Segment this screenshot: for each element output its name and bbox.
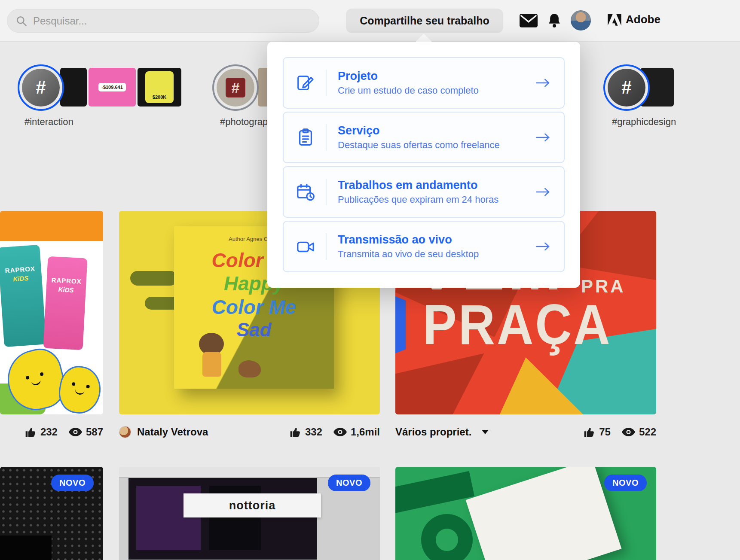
- hash-glyph: #: [36, 77, 46, 98]
- hashtag-avatar: #: [217, 69, 254, 107]
- eye-icon: [69, 428, 82, 436]
- views-count: 1,6mil: [351, 426, 380, 438]
- views-count: 522: [639, 426, 656, 438]
- menu-divider: [326, 70, 327, 96]
- artwork-shape: [0, 536, 52, 560]
- story-label-interaction[interactable]: #interaction: [24, 116, 73, 128]
- story-thumbnail[interactable]: [60, 68, 87, 107]
- hash-glyph: #: [226, 78, 245, 97]
- thumbs-up-icon: [584, 426, 595, 438]
- search-bar[interactable]: [7, 9, 319, 33]
- story-thumbnail[interactable]: $200K: [138, 68, 181, 107]
- eye-icon: [622, 428, 635, 436]
- likes-count: 332: [305, 426, 322, 438]
- likes-stat[interactable]: 75: [584, 426, 611, 438]
- story-label-graphicdesign[interactable]: #graphicdesign: [612, 116, 676, 128]
- author-avatar: [119, 426, 131, 438]
- story-thumbnail[interactable]: -$109.641: [89, 68, 136, 107]
- arrow-right-icon: [535, 186, 552, 198]
- new-badge: NOVO: [604, 475, 647, 491]
- artwork-child: [202, 352, 221, 377]
- top-navbar: Compartilhe seu trabalho Adobe: [0, 0, 740, 42]
- user-avatar[interactable]: [571, 10, 591, 30]
- views-stat: 522: [622, 426, 656, 438]
- menu-item-service[interactable]: Serviço Destaque suas ofertas como freel…: [283, 112, 565, 163]
- artwork-tube: RAPROX KiDS: [0, 245, 46, 347]
- menu-divider: [326, 179, 327, 205]
- story-circle-graphicdesign[interactable]: #: [603, 64, 650, 111]
- likes-count: 75: [599, 426, 611, 438]
- views-stat: 587: [69, 426, 103, 438]
- store-sign: nottoria: [183, 493, 321, 517]
- arrow-right-icon: [535, 241, 552, 252]
- search-input[interactable]: [27, 15, 311, 27]
- story-circle-interaction[interactable]: #: [18, 64, 64, 111]
- artwork-banana: [55, 363, 103, 414]
- tube-kids-label: KiDS: [58, 286, 74, 294]
- store-name-label: nottoria: [229, 499, 276, 512]
- project-stats-row: Nataly Vetrova 332 1,6mil: [119, 424, 380, 440]
- video-camera-icon: [296, 237, 315, 256]
- service-icon: [296, 128, 315, 147]
- book-title-line: Sad: [174, 319, 334, 341]
- menu-item-subtitle: Destaque suas ofertas como freelance: [338, 140, 500, 151]
- menu-item-subtitle: Transmita ao vivo de seu desktop: [338, 249, 479, 260]
- new-badge: NOVO: [51, 475, 94, 491]
- hashtag-avatar: #: [22, 69, 60, 107]
- eye-icon: [333, 428, 347, 436]
- artwork-dog: [239, 360, 261, 377]
- menu-item-subtitle: Publicações que expiram em 24 horas: [338, 194, 498, 205]
- likes-stat[interactable]: 332: [290, 426, 322, 438]
- likes-stat[interactable]: 232: [25, 426, 58, 438]
- poster-word: PRAÇA: [423, 292, 612, 357]
- project-card-green-book[interactable]: NOVO: [395, 467, 656, 560]
- thumb-phone-screen: $200K: [145, 71, 174, 103]
- author-name: Nataly Vetrova: [137, 426, 208, 438]
- search-icon: [16, 15, 27, 27]
- messages-button[interactable]: [520, 13, 538, 28]
- adobe-brand-label: Adobe: [626, 13, 660, 26]
- artwork-cloud: [130, 271, 177, 286]
- thumb-price-label: -$109.641: [98, 83, 126, 91]
- mail-icon: [520, 13, 538, 28]
- artwork-shape: [0, 211, 103, 241]
- bell-icon: [547, 12, 561, 30]
- menu-item-title: Trabalhos em andamento: [338, 179, 498, 192]
- owners-label: Vários propriet.: [395, 426, 471, 438]
- story-circle-photography[interactable]: #: [212, 64, 259, 111]
- tube-brand-label: RAPROX: [5, 265, 35, 274]
- arrow-right-icon: [535, 77, 552, 88]
- thumbs-up-icon: [25, 426, 37, 438]
- views-count: 587: [86, 426, 103, 438]
- project-author[interactable]: Nataly Vetrova: [119, 426, 208, 438]
- menu-item-work-in-progress[interactable]: Trabalhos em andamento Publicações que e…: [283, 166, 565, 218]
- artwork-shape: [421, 514, 473, 560]
- notifications-button[interactable]: [547, 12, 561, 30]
- multiple-owners-dropdown[interactable]: Vários propriet.: [395, 426, 489, 438]
- likes-count: 232: [40, 426, 58, 438]
- artwork-face: [67, 382, 92, 400]
- artwork-shape: [395, 471, 474, 514]
- share-work-button[interactable]: Compartilhe seu trabalho: [346, 9, 503, 33]
- adobe-brand[interactable]: Adobe: [608, 13, 660, 26]
- adobe-logo-icon: [608, 14, 621, 26]
- menu-item-title: Transmissão ao vivo: [338, 233, 479, 247]
- hash-glyph: #: [621, 77, 631, 98]
- tube-brand-label: RAPROX: [51, 276, 82, 285]
- project-stats-row: Vários propriet. 75 522: [395, 424, 656, 440]
- share-work-menu: Projeto Crie um estudo de caso completo …: [267, 42, 580, 288]
- menu-item-livestream[interactable]: Transmissão ao vivo Transmita ao vivo de…: [283, 221, 565, 272]
- hashtag-avatar: #: [608, 69, 645, 107]
- menu-divider: [326, 124, 327, 151]
- menu-item-subtitle: Crie um estudo de caso completo: [338, 85, 479, 96]
- menu-item-project[interactable]: Projeto Crie um estudo de caso completo: [283, 57, 565, 109]
- project-card-dots[interactable]: NOVO: [0, 467, 103, 560]
- chevron-down-icon: [482, 430, 489, 434]
- project-card-toothpaste[interactable]: RAPROX KiDS RAPROX KiDS: [0, 211, 103, 414]
- menu-divider: [326, 233, 327, 260]
- book-title-line: Color Me: [174, 295, 334, 319]
- artwork-shape: [466, 467, 622, 560]
- project-card-storefront[interactable]: nottoria NOVO: [119, 467, 380, 560]
- new-badge: NOVO: [328, 475, 370, 491]
- tube-kids-label: KiDS: [13, 274, 29, 283]
